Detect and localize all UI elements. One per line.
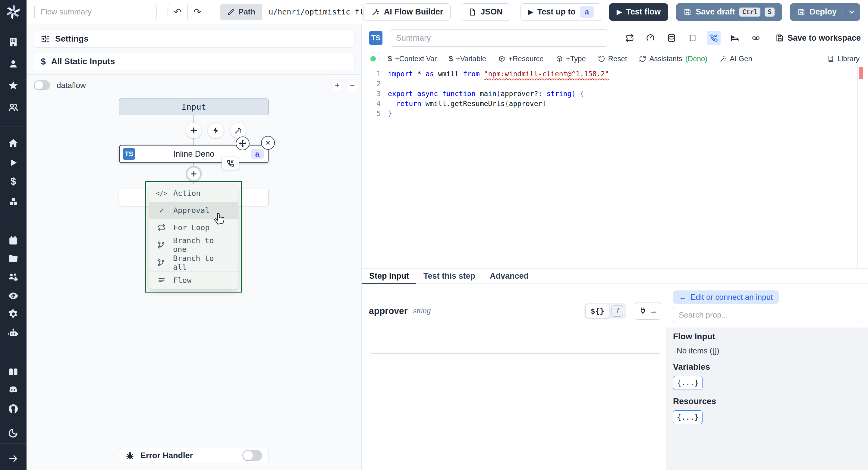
- tab-advanced[interactable]: Advanced: [483, 269, 536, 284]
- function-mode-button[interactable]: f: [612, 305, 623, 317]
- ai-gen-button[interactable]: AI Gen: [719, 55, 752, 63]
- list-icon: [157, 276, 166, 284]
- play-icon: ▶: [528, 8, 533, 16]
- edit-or-connect-button[interactable]: ← Edit or connect an input: [673, 290, 779, 304]
- insert-step-button[interactable]: [186, 123, 202, 138]
- expression-mode-button[interactable]: ${}: [586, 304, 609, 318]
- variables-dollar-icon[interactable]: $: [7, 176, 19, 188]
- dark-mode-moon-icon[interactable]: [7, 427, 19, 439]
- connect-input-button[interactable]: →: [635, 302, 661, 320]
- add-variable-button[interactable]: $+Variable: [449, 55, 486, 63]
- star-icon[interactable]: [7, 80, 19, 92]
- app-sidebar: $: [0, 0, 27, 470]
- field-name: approver: [369, 306, 407, 316]
- trigger-button[interactable]: [208, 123, 224, 138]
- menu-item-flow[interactable]: Flow: [149, 272, 238, 289]
- undo-button[interactable]: ↶: [167, 4, 187, 20]
- add-type-button[interactable]: +Type: [556, 55, 586, 63]
- tab-test-this-step[interactable]: Test this step: [416, 269, 483, 284]
- groups-admin-icon[interactable]: [7, 271, 19, 283]
- collapse-arrow-icon[interactable]: [7, 452, 19, 465]
- package-icon: [556, 55, 563, 62]
- plus-icon: [190, 126, 198, 135]
- panel-divider: [27, 74, 362, 75]
- error-handler-toggle[interactable]: [242, 450, 262, 461]
- reset-button[interactable]: Reset: [598, 55, 627, 63]
- code-editor[interactable]: 12345 import * as wmill from "npm:windmi…: [362, 66, 868, 269]
- sleep-bed-icon[interactable]: [728, 31, 742, 45]
- user-icon[interactable]: [7, 58, 19, 70]
- menu-item-action[interactable]: </> Action: [149, 185, 238, 202]
- redo-button[interactable]: ↷: [187, 4, 207, 20]
- tape-recorder-icon[interactable]: [749, 31, 763, 45]
- move-icon: [239, 139, 247, 147]
- assistants-button[interactable]: Assistants (Deno): [639, 55, 707, 63]
- delete-node-button[interactable]: ×: [261, 136, 275, 150]
- deploy-button[interactable]: Deploy: [790, 3, 860, 21]
- editor-scrollbar[interactable]: [858, 66, 858, 269]
- ai-flow-builder-button[interactable]: AI Flow Builder: [364, 3, 451, 21]
- menu-item-label: Action: [173, 189, 200, 198]
- menu-item-label: Branch to all: [173, 254, 230, 272]
- docs-book-icon[interactable]: [7, 366, 19, 378]
- input-node[interactable]: Input: [119, 98, 269, 115]
- timeout-gauge-icon[interactable]: [644, 31, 658, 45]
- path-value[interactable]: u/henri/optimistic_flow: [262, 4, 364, 20]
- test-flow-button[interactable]: ▶ Test flow: [609, 3, 668, 21]
- zoom-in-button[interactable]: +: [332, 80, 343, 91]
- users-icon[interactable]: [7, 101, 19, 113]
- add-step-below-button[interactable]: [186, 166, 202, 182]
- audit-eye-icon[interactable]: [7, 290, 19, 302]
- discord-icon[interactable]: [7, 384, 19, 396]
- settings-gear-icon[interactable]: [7, 308, 19, 320]
- approver-value-input[interactable]: [369, 336, 661, 354]
- save-to-workspace-button[interactable]: Save to workspace: [775, 33, 861, 43]
- resources-boxes-icon[interactable]: [7, 195, 19, 207]
- code-editor-panel: TS Save to workspace $+Context Va: [362, 24, 868, 269]
- save-draft-button[interactable]: Save draft Ctrl S: [676, 3, 782, 21]
- search-prop-input[interactable]: [673, 307, 860, 323]
- flow-summary-input[interactable]: [34, 4, 157, 20]
- chevron-down-icon[interactable]: [848, 8, 856, 16]
- suspend-phone-badge[interactable]: [221, 157, 239, 170]
- zoom-out-button[interactable]: −: [347, 80, 358, 91]
- ai-insert-button[interactable]: [230, 123, 246, 138]
- folders-icon[interactable]: [7, 252, 19, 264]
- json-button[interactable]: JSON: [461, 3, 510, 21]
- menu-item-branch-to-all[interactable]: Branch to all: [149, 254, 238, 272]
- all-static-inputs-row[interactable]: $ All Static Inputs: [34, 53, 354, 70]
- summary-input[interactable]: [390, 29, 608, 47]
- dataflow-toggle[interactable]: [34, 80, 50, 90]
- menu-item-label: For Loop: [173, 223, 210, 232]
- move-node-button[interactable]: [236, 136, 250, 150]
- step-input-content: approver string ${} f →: [362, 284, 666, 470]
- pencil-icon: [227, 8, 235, 16]
- resources-title: Resources: [673, 397, 861, 406]
- suspend-approval-icon[interactable]: [707, 31, 721, 45]
- resources-object-chip[interactable]: {...}: [673, 410, 703, 424]
- menu-item-branch-to-one[interactable]: Branch to one: [149, 236, 238, 254]
- cache-database-icon[interactable]: [664, 31, 678, 45]
- add-resource-button[interactable]: +Resource: [498, 55, 544, 63]
- settings-row[interactable]: Settings: [34, 30, 354, 48]
- tab-step-input[interactable]: Step Input: [362, 269, 416, 284]
- wand-icon: [371, 8, 380, 16]
- mock-icon[interactable]: [686, 31, 700, 45]
- home-icon[interactable]: [7, 137, 19, 149]
- workspace-icon[interactable]: [7, 36, 19, 48]
- github-icon[interactable]: [7, 403, 19, 415]
- retries-icon[interactable]: [623, 31, 637, 45]
- kbd-ctrl: Ctrl: [739, 7, 761, 17]
- add-context-var-button[interactable]: $+Context Var: [388, 55, 437, 63]
- test-up-to-button[interactable]: ▶ Test up to a: [521, 3, 601, 21]
- path-edit-button[interactable]: Path: [220, 4, 262, 20]
- schedules-calendar-icon[interactable]: [7, 234, 19, 246]
- deploy-separator: [842, 7, 842, 18]
- step-node-label: Inline Deno: [173, 150, 215, 159]
- workers-robot-icon[interactable]: [7, 327, 19, 339]
- windmill-logo[interactable]: [0, 0, 27, 24]
- library-button[interactable]: Library: [827, 55, 860, 63]
- variables-object-chip[interactable]: {...}: [673, 376, 703, 390]
- windmill-logo-icon: [5, 4, 21, 20]
- runs-play-icon[interactable]: [7, 157, 19, 169]
